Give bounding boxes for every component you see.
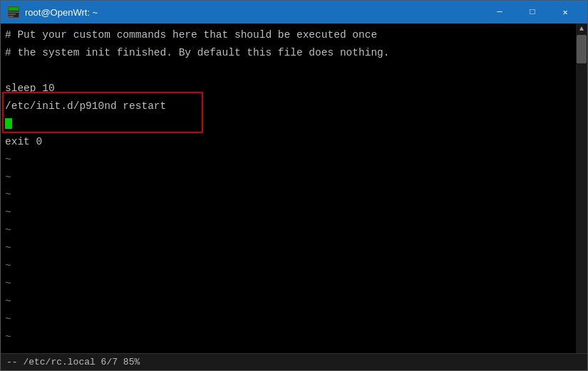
exit-line: exit 0 — [5, 133, 572, 151]
svg-rect-2 — [9, 11, 19, 13]
window: root@OpenWrt: ~ ─ □ ✕ # Put your custom … — [0, 0, 588, 371]
statusbar: -- /etc/rc.local 6/7 85% — [1, 353, 587, 370]
scrollbar-thumb[interactable] — [577, 35, 587, 63]
tilde-8: ~ — [5, 275, 572, 293]
tilde-4: ~ — [5, 204, 572, 221]
tilde-7: ~ — [5, 257, 572, 275]
tilde-3: ~ — [5, 186, 572, 204]
statusbar-text: -- /etc/rc.local 6/7 85% — [6, 357, 140, 367]
cursor — [5, 118, 12, 129]
tilde-9: ~ — [5, 293, 572, 310]
code-line-2: /etc/init.d/p910nd restart — [5, 98, 572, 115]
svg-rect-4 — [9, 16, 14, 17]
minimize-button[interactable]: ─ — [483, 1, 516, 23]
app-icon — [6, 5, 21, 19]
blank-line-1 — [5, 62, 572, 80]
cursor-line — [5, 115, 572, 133]
tilde-5: ~ — [5, 221, 572, 239]
comment-line-2: # the system init finished. By default t… — [5, 44, 572, 62]
tilde-11: ~ — [5, 328, 572, 346]
tilde-10: ~ — [5, 310, 572, 328]
window-controls: ─ □ ✕ — [483, 1, 582, 23]
svg-rect-1 — [9, 7, 19, 11]
titlebar: root@OpenWrt: ~ ─ □ ✕ — [1, 1, 587, 23]
tilde-12: ~ — [5, 346, 572, 353]
tilde-2: ~ — [5, 169, 572, 187]
scrollbar[interactable]: ▲ — [576, 23, 587, 353]
scroll-up-button[interactable]: ▲ — [577, 23, 587, 33]
comment-line-1: # Put your custom commands here that sho… — [5, 26, 572, 44]
terminal-content[interactable]: # Put your custom commands here that sho… — [1, 23, 576, 353]
code-line-1: sleep 10 — [5, 80, 572, 98]
terminal-area: # Put your custom commands here that sho… — [1, 23, 587, 353]
tilde-6: ~ — [5, 239, 572, 257]
close-button[interactable]: ✕ — [549, 1, 582, 23]
maximize-button[interactable]: □ — [516, 1, 549, 23]
tilde-1: ~ — [5, 151, 572, 169]
svg-rect-3 — [9, 14, 16, 15]
window-title: root@OpenWrt: ~ — [25, 7, 483, 18]
